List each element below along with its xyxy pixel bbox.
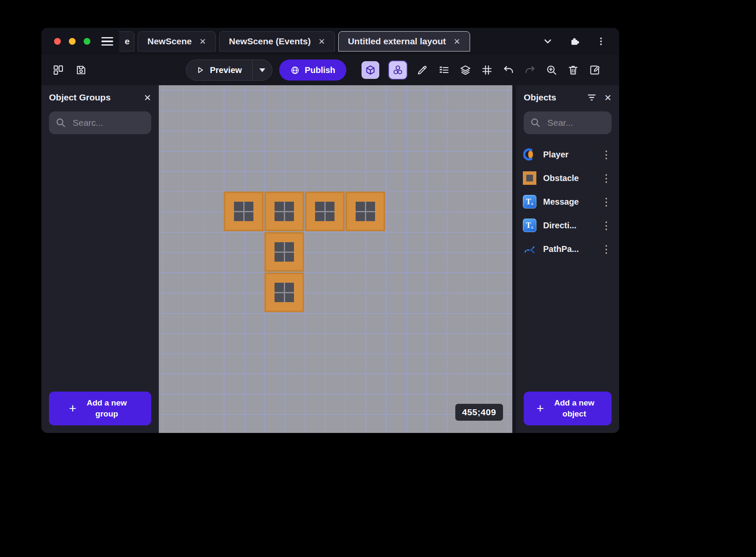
object-label: Player — [543, 150, 593, 160]
minimize-window-button[interactable] — [69, 38, 76, 45]
publish-button[interactable]: Publish — [279, 59, 346, 81]
objects-search — [524, 111, 612, 134]
object-label: Directi... — [543, 221, 593, 230]
tab-untitled-external-layout[interactable]: Untitled external layout ✕ — [338, 31, 470, 51]
search-icon — [530, 117, 541, 128]
grid-icon[interactable] — [481, 64, 493, 76]
objects-panel: Objects ✕ Player ⋮ — [516, 85, 619, 433]
tab-label: e — [125, 36, 130, 46]
preview-split-button: Preview — [186, 59, 272, 81]
kebab-menu-icon[interactable]: ⋮ — [600, 173, 612, 184]
toolbar: Preview Publish — [41, 55, 619, 85]
window-controls — [54, 38, 90, 45]
toolbar-tools — [362, 55, 612, 85]
tab-newscene[interactable]: NewScene ✕ — [138, 31, 216, 51]
obstacle-instance[interactable] — [345, 192, 385, 231]
tab-bar: e NewScene ✕ NewScene (Events) ✕ Untitle… — [41, 28, 619, 55]
plus-icon: + — [536, 402, 544, 415]
objects-list: Player ⋮ Obstacle ⋮ Tx Message ⋮ Tx — [516, 143, 619, 261]
kebab-menu-icon[interactable]: ⋮ — [600, 244, 612, 254]
close-panel-icon[interactable]: ✕ — [144, 93, 151, 102]
tab-label: NewScene (Events) — [229, 36, 311, 46]
project-manager-icon[interactable] — [52, 64, 64, 76]
objects-title: Objects — [524, 92, 579, 103]
obstacle-instance[interactable] — [264, 232, 304, 272]
layers-icon[interactable] — [460, 64, 471, 76]
tab-label: NewScene — [147, 36, 192, 46]
caret-down-icon — [259, 68, 265, 72]
cursor-coordinates-badge: 455;409 — [455, 404, 503, 421]
main-area: Object Groups ✕ + Add a new group — [41, 85, 619, 433]
object-label: Message — [543, 197, 593, 207]
preview-button[interactable]: Preview — [186, 60, 252, 80]
chevron-down-icon[interactable] — [542, 36, 553, 47]
obstacle-instance[interactable] — [224, 192, 264, 231]
tab-strip: e NewScene ✕ NewScene (Events) ✕ Untitle… — [119, 31, 470, 51]
menu-icon[interactable] — [101, 37, 113, 46]
plus-icon: + — [69, 402, 76, 415]
obstacle-icon — [523, 171, 536, 185]
close-tab-icon[interactable]: ✕ — [454, 37, 460, 46]
close-window-button[interactable] — [54, 38, 61, 45]
obstacle-instance[interactable] — [264, 273, 304, 312]
object-groups-title: Object Groups — [49, 92, 137, 103]
object-label: Obstacle — [543, 173, 593, 183]
cube-3d-icon — [365, 65, 376, 76]
tab-clipped[interactable]: e — [119, 31, 134, 51]
search-icon — [55, 117, 66, 128]
objects-view-toggle[interactable] — [389, 61, 407, 79]
add-group-label: Add a new group — [82, 397, 131, 419]
object-groups-panel: Object Groups ✕ + Add a new group — [41, 85, 159, 433]
zoom-window-button[interactable] — [84, 38, 90, 45]
globe-icon — [290, 65, 300, 75]
text-object-icon: Tx — [523, 219, 536, 232]
close-panel-icon[interactable]: ✕ — [604, 93, 612, 102]
object-row-obstacle[interactable]: Obstacle ⋮ — [516, 166, 619, 190]
undo-icon[interactable] — [503, 64, 514, 76]
cubes-stack-icon — [392, 65, 403, 76]
object-row-directions[interactable]: Tx Directi... ⋮ — [516, 214, 619, 237]
tab-bar-right-actions — [542, 35, 619, 47]
object-row-message[interactable]: Tx Message ⋮ — [516, 190, 619, 214]
zoom-in-icon[interactable] — [546, 64, 557, 76]
play-icon — [196, 65, 205, 75]
tab-label: Untitled external layout — [348, 36, 446, 46]
object-groups-search — [49, 111, 151, 134]
add-group-button[interactable]: + Add a new group — [49, 392, 151, 425]
desktop-background: e NewScene ✕ NewScene (Events) ✕ Untitle… — [0, 0, 756, 557]
close-tab-icon[interactable]: ✕ — [199, 37, 206, 46]
filter-icon[interactable] — [586, 92, 597, 103]
add-object-label: Add a new object — [550, 397, 599, 419]
obstacle-instance[interactable] — [305, 192, 345, 231]
publish-button-label: Publish — [305, 65, 335, 75]
redo-icon[interactable] — [524, 64, 536, 76]
save-icon[interactable] — [75, 64, 87, 76]
edit-properties-icon[interactable] — [589, 64, 601, 76]
text-object-icon: Tx — [523, 195, 536, 208]
path-icon — [523, 242, 536, 256]
object-row-pathpaint[interactable]: PathPa... ⋮ — [516, 237, 619, 261]
tab-newscene-events[interactable]: NewScene (Events) ✕ — [219, 31, 335, 51]
pencil-edit-icon[interactable] — [416, 64, 428, 76]
kebab-menu-icon[interactable]: ⋮ — [600, 197, 612, 207]
object-label: PathPa... — [543, 244, 593, 254]
obstacle-instance[interactable] — [264, 192, 304, 231]
kebab-menu-icon[interactable]: ⋮ — [600, 220, 612, 231]
scene-canvas[interactable]: 455;409 — [159, 85, 512, 433]
preview-options-button[interactable] — [252, 60, 272, 80]
toolbar-left — [52, 55, 87, 85]
preview-button-label: Preview — [210, 65, 242, 75]
objects-header: Objects ✕ — [516, 85, 619, 110]
extensions-puzzle-icon[interactable] — [568, 35, 580, 47]
trash-icon[interactable] — [567, 64, 579, 76]
3d-view-toggle[interactable] — [362, 61, 379, 79]
instances-list-icon[interactable] — [438, 64, 450, 76]
player-icon — [523, 148, 536, 161]
object-row-player[interactable]: Player ⋮ — [516, 143, 619, 166]
object-groups-header: Object Groups ✕ — [41, 85, 159, 110]
kebab-menu-icon[interactable] — [596, 36, 606, 47]
app-window: e NewScene ✕ NewScene (Events) ✕ Untitle… — [41, 28, 619, 433]
kebab-menu-icon[interactable]: ⋮ — [600, 149, 612, 160]
close-tab-icon[interactable]: ✕ — [318, 37, 325, 46]
add-object-button[interactable]: + Add a new object — [524, 392, 612, 425]
